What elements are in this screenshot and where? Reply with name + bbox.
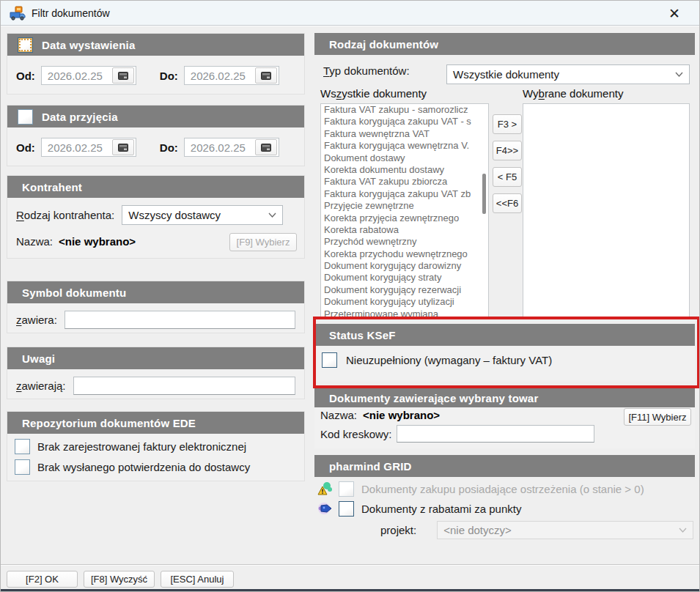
- list-item[interactable]: Faktura wewnętrzna VAT: [321, 128, 488, 140]
- section-header: Data wystawienia: [7, 34, 304, 56]
- od-label: Od:: [16, 141, 35, 154]
- rabaty-checkbox[interactable]: [339, 501, 354, 517]
- date-do-input[interactable]: [185, 67, 255, 84]
- date-od-input[interactable]: [42, 67, 112, 84]
- close-icon[interactable]: ✕: [664, 4, 685, 23]
- cancel-button[interactable]: [ESC] Anuluj: [161, 571, 234, 588]
- chevron-down-icon: [675, 70, 683, 78]
- calendar-icon[interactable]: [255, 139, 277, 155]
- date-od-field: [41, 66, 136, 85]
- title-bar: Filtr dokumentów ✕: [1, 1, 700, 25]
- section-symbol-dokumentu: Symbol dokumentu zawiera:: [7, 281, 305, 333]
- list-item[interactable]: Korekta przyjęcia zewnętrznego: [321, 212, 488, 224]
- section-dokumenty-towar-title: Dokumenty zawierające wybrany towar: [314, 388, 695, 407]
- move-left-f5-button[interactable]: < F5: [493, 167, 522, 187]
- towar-nazwa-label: Nazwa:: [320, 409, 357, 421]
- section-title: Data przyjęcia: [42, 111, 118, 123]
- date-do-input[interactable]: [185, 139, 255, 155]
- kod-kreskowy-input[interactable]: [397, 425, 594, 443]
- list-item[interactable]: Dokument korygujący rezerwacji: [321, 284, 488, 296]
- calendar-icon[interactable]: [112, 67, 134, 84]
- date-od-field: [41, 138, 136, 157]
- list-item[interactable]: Faktura VAT zakupu zbiorcza: [321, 176, 488, 188]
- nazwa-value: <nie wybrano>: [59, 235, 136, 248]
- zawiera-label: zawiera:: [16, 314, 57, 326]
- list-item[interactable]: Przyjęcie zewnętrzne: [321, 200, 488, 212]
- list-item[interactable]: Dokument korygujący utylizacji: [321, 296, 488, 308]
- list-item[interactable]: Dokument dostawy: [321, 152, 488, 164]
- list-item[interactable]: Dokument korygujący darowizny: [321, 260, 488, 272]
- list-item[interactable]: Korekta przychodu wewnętrznego: [321, 248, 488, 260]
- section-title: Data wystawienia: [42, 39, 135, 51]
- brak-potwierdzenia-checkbox[interactable]: [15, 459, 30, 475]
- calendar-icon[interactable]: [255, 67, 277, 84]
- od-label: Od:: [16, 70, 35, 82]
- f9-wybierz-button[interactable]: [F9] Wybierz: [229, 233, 297, 251]
- ostrzezenia-label: Dokumenty zakupu posiadające ostrzeżenia…: [361, 483, 644, 495]
- move-right-f3-button[interactable]: F3 >: [493, 114, 522, 134]
- move-all-left-f6-button[interactable]: <<F6: [493, 193, 522, 213]
- section-title: Symbol dokumentu: [7, 281, 304, 303]
- kod-kreskowy-label: Kod kreskowy:: [320, 428, 392, 440]
- section-repozytorium-ede: Repozytorium dokumentów EDE Brak zarejes…: [7, 411, 305, 481]
- scrollbar-thumb[interactable]: [482, 174, 486, 214]
- list-item[interactable]: Faktura korygująca zakupu VAT zb: [321, 188, 488, 200]
- selected-documents-list[interactable]: [523, 103, 690, 317]
- list-item[interactable]: Faktura VAT zakupu - samorozlicz: [321, 104, 488, 116]
- chevron-down-icon: [679, 526, 687, 534]
- date-do-field: [184, 66, 279, 85]
- list-item[interactable]: Przychód wewnętrzny: [321, 236, 488, 248]
- warning-icon: [317, 481, 334, 497]
- move-all-right-f4-button[interactable]: F4>>: [493, 141, 522, 160]
- list-item[interactable]: Faktura korygująca wewnętrzna V.: [321, 140, 488, 152]
- list-item[interactable]: Przeterminowane wymiana: [321, 308, 488, 317]
- brak-faktury-checkbox[interactable]: [15, 439, 30, 454]
- zawieraja-label: zawierają:: [16, 380, 66, 392]
- section-kontrahent: Kontrahent Rodzaj kontrahenta: Wszyscy d…: [7, 175, 305, 259]
- typ-dokumentow-select[interactable]: Wszystkie dokumenty: [446, 64, 690, 84]
- section-title: Uwagi: [7, 347, 304, 369]
- section-title: Kontrahent: [7, 176, 304, 198]
- data-wystawienia-checkbox[interactable]: [18, 37, 33, 53]
- rodzaj-kontrahenta-label: Rodzaj kontrahenta:: [16, 209, 114, 221]
- rodzaj-kontrahenta-select[interactable]: Wszyscy dostawcy: [122, 205, 283, 225]
- footer-divider: [1, 564, 700, 566]
- all-documents-list[interactable]: Faktura VAT zakupu - samorozliczFaktura …: [320, 103, 489, 317]
- do-label: Do:: [160, 141, 178, 154]
- section-title: Status KSeF: [314, 324, 695, 346]
- section-header: Data przyjęcia: [7, 106, 304, 127]
- list-item[interactable]: Korekta dokumentu dostawy: [321, 164, 488, 176]
- symbol-zawiera-input[interactable]: [65, 311, 295, 329]
- uwagi-zawieraja-input[interactable]: [73, 377, 295, 395]
- nieuzupelniony-checkbox[interactable]: [322, 352, 337, 368]
- clear-button[interactable]: [F8] Wyczyść: [84, 571, 155, 588]
- list-item[interactable]: Korekta rabatowa: [321, 224, 488, 236]
- towar-nazwa-value: <nie wybrano>: [363, 409, 440, 421]
- date-do-field: [184, 138, 279, 157]
- selected-documents-list-label: Wybrane dokumenty: [523, 87, 623, 100]
- ok-button[interactable]: [F2] OK: [7, 571, 78, 588]
- window-title: Filtr dokumentów: [32, 7, 110, 19]
- rabaty-label: Dokumenty z rabatami za punkty: [361, 503, 521, 515]
- f11-wybierz-button[interactable]: [F11] Wybierz: [624, 408, 691, 426]
- section-pharmind-grid-title: pharmind GRID: [314, 455, 695, 477]
- section-data-przyjecia: Data przyjęcia Od: Do:: [7, 105, 305, 166]
- section-title: Repozytorium dokumentów EDE: [7, 412, 304, 434]
- calendar-icon[interactable]: [112, 139, 134, 155]
- section-data-wystawienia: Data wystawienia Od: Do:: [7, 33, 305, 95]
- data-przyjecia-checkbox[interactable]: [18, 109, 33, 125]
- projekt-label: projekt:: [380, 524, 416, 536]
- window-bottom-edge: [1, 589, 700, 592]
- all-documents-list-label: Wszystkie dokumenty: [320, 87, 427, 100]
- projekt-select[interactable]: <nie dotyczy>: [437, 521, 693, 539]
- rebate-icon: [317, 500, 334, 517]
- nazwa-label: Nazwa:: [16, 235, 53, 248]
- section-status-ksef: Status KSeF Nieuzupełniony (wymagany – f…: [314, 324, 695, 382]
- chevron-down-icon: [268, 211, 276, 219]
- date-od-input[interactable]: [42, 139, 112, 155]
- ostrzezenia-checkbox[interactable]: [339, 481, 354, 497]
- list-item[interactable]: Faktura korygująca zakupu VAT - s: [321, 116, 488, 127]
- list-item[interactable]: Dokument korygujący straty: [321, 272, 488, 284]
- typ-dokumentow-label: Typ dokumentów:: [323, 64, 410, 77]
- do-label: Do:: [160, 70, 178, 82]
